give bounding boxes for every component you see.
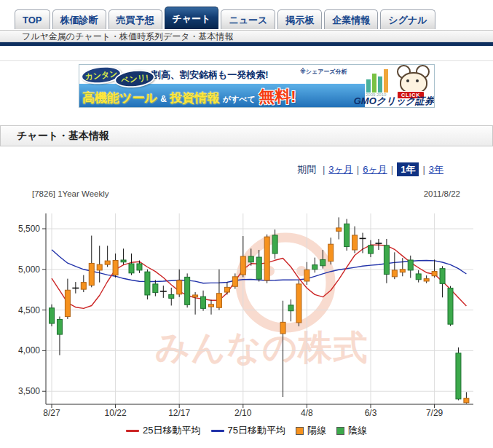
y-axis-label: 5,500 [18, 224, 40, 234]
x-axis-label: 12/17 [168, 408, 190, 418]
tab-3-active[interactable]: チャート [165, 7, 219, 29]
bear-candle [416, 274, 421, 280]
legend-item-3: 陰線 [336, 424, 367, 437]
legend-label-0: 25日移動平均 [143, 424, 200, 437]
x-axis-label: 7/29 [426, 408, 443, 418]
bull-candle [105, 261, 110, 264]
tab-4[interactable]: ニュース [221, 9, 275, 29]
legend-square-icon-2 [296, 427, 304, 435]
watermark-face-icon [240, 237, 331, 328]
ad-banner[interactable]: 割高、割安銘柄も一発検索! ※シェアーズ分析 高機能ツール & 投資情報 がすべ… [79, 64, 435, 108]
chart-title: [7826] 1Year Weekly [32, 189, 109, 198]
tab-2[interactable]: 売買予想 [109, 9, 162, 29]
bull-candle [280, 322, 285, 334]
breadcrumb-text: フルヤ金属のチャート・株価時系列データ・基本情報 [22, 31, 234, 42]
x-axis-label: 6/3 [365, 408, 377, 418]
tab-7[interactable]: シグナル [380, 9, 435, 29]
bear-candle [137, 264, 142, 270]
period-separator: | [391, 164, 393, 175]
chart-date: 2011/8/22 [424, 189, 460, 198]
watermark-text: みんなの株式 [155, 328, 368, 366]
tab-1[interactable]: 株価診断 [52, 9, 106, 29]
tab-0[interactable]: TOP [15, 9, 50, 29]
y-axis-label: 3,500 [18, 386, 40, 396]
bear-candle [344, 224, 350, 246]
bull-candle [209, 304, 214, 307]
bear-candle [272, 235, 277, 254]
period-selector: 期間 |3ヶ月|6ヶ月|1年|3年 [297, 163, 443, 176]
period-option-0[interactable]: 3ヶ月 [328, 164, 353, 175]
ad-amp: & [160, 94, 167, 104]
period-option-2-active[interactable]: 1年 [397, 162, 419, 176]
bear-candle [320, 259, 326, 265]
bull-candle [240, 256, 245, 275]
bull-candle [177, 280, 182, 294]
bull-candle [216, 294, 221, 308]
ad-headline: 割高、割安銘柄も一発検索! [151, 68, 269, 82]
legend-item-1: 75日移動平均 [211, 424, 285, 437]
x-axis-label: 8/27 [43, 408, 60, 418]
tab-bar: TOP株価診断売買予想チャートニュース掲示板企業情報シグナル [15, 7, 435, 29]
y-axis-label: 4,500 [18, 305, 40, 315]
advertiser-name: GMOクリック証券 [354, 95, 434, 108]
y-axis-label: 4,000 [18, 345, 40, 355]
period-option-3[interactable]: 3年 [429, 164, 443, 175]
bull-candle [97, 264, 102, 270]
legend-label-2: 陽線 [307, 424, 326, 437]
bull-candle [304, 270, 309, 281]
bull-candle [400, 270, 405, 272]
x-axis-label: 2/10 [234, 408, 252, 418]
bear-candle [312, 265, 318, 270]
breadcrumb: フルヤ金属のチャート・株価時系列データ・基本情報 [0, 30, 493, 42]
bull-candle [424, 279, 429, 281]
legend-line-icon-0 [126, 430, 139, 432]
bull-candle [264, 237, 269, 280]
ad-free-text: 無料! [259, 87, 296, 106]
bull-candle [232, 277, 237, 286]
bull-candle [328, 244, 334, 261]
bear-candle [201, 296, 206, 308]
bull-candle [464, 398, 469, 403]
bear-candle [129, 264, 134, 273]
header-divider [0, 42, 493, 46]
x-axis-label: 4/8 [301, 408, 313, 418]
bull-candle [65, 290, 70, 316]
bull-candle [432, 272, 437, 276]
period-option-1[interactable]: 6ヶ月 [363, 164, 387, 175]
bull-candle [352, 235, 358, 250]
legend-line-icon-1 [211, 430, 224, 432]
period-separator: | [323, 164, 325, 175]
legend-item-0: 25日移動平均 [126, 424, 200, 437]
ad-minichart [366, 68, 391, 93]
bear-candle [256, 257, 261, 279]
bear-candle [288, 305, 293, 311]
bear-candle [368, 245, 374, 254]
ad-suffix: がすべて [223, 95, 256, 103]
bear-candle [408, 260, 413, 270]
tab-5[interactable]: 掲示板 [277, 9, 322, 29]
y-axis-label: 5,000 [18, 264, 40, 275]
tab-6[interactable]: 企業情報 [324, 9, 378, 29]
bear-candle [384, 245, 389, 275]
ad-info-text: 投資情報 [170, 91, 219, 105]
ad-right-panel: 2009 2010 CLICK GMOクリック証券 [365, 65, 435, 108]
bear-candle [248, 256, 253, 262]
chart-legend: 25日移動平均75日移動平均陽線陰線 [0, 424, 493, 437]
content-divider [0, 60, 493, 61]
legend-item-2: 陽線 [296, 424, 326, 437]
x-axis-label: 10/22 [105, 408, 127, 418]
bull-candle [113, 261, 118, 275]
page: TOP株価診断売買予想チャートニュース掲示板企業情報シグナル フルヤ金属のチャー… [0, 0, 493, 448]
bear-candle [185, 277, 190, 304]
period-label: 期間 [297, 164, 316, 175]
section-title: チャート・基本情報 [17, 130, 109, 141]
legend-label-1: 75日移動平均 [228, 424, 285, 437]
legend-square-icon-3 [336, 427, 344, 435]
section-header: チャート・基本情報 [0, 125, 493, 146]
bull-candle [224, 287, 229, 292]
legend-label-3: 陰線 [348, 424, 367, 437]
bear-candle [448, 288, 453, 324]
bull-candle [193, 295, 198, 297]
bull-candle [89, 263, 94, 285]
ad-note: ※シェアーズ分析 [300, 68, 347, 76]
